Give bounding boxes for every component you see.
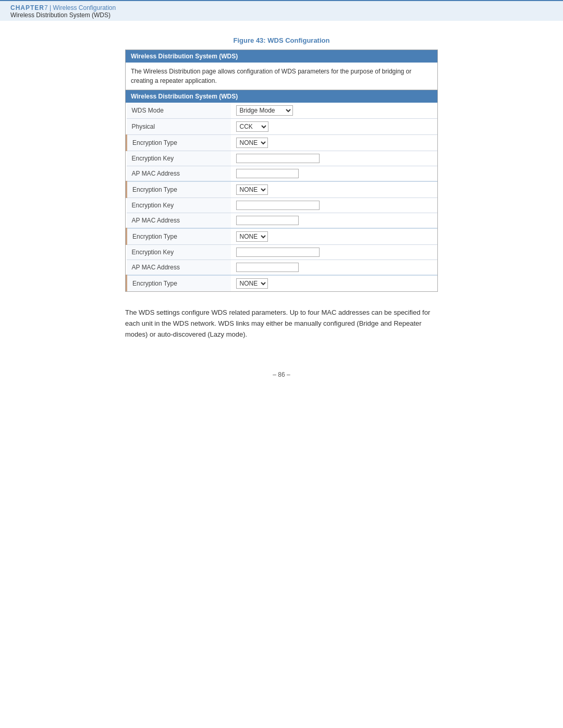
encryption-key-label-3: Encryption Key	[127, 245, 231, 260]
wds-fields-table: WDS Mode Bridge Mode Repeater Mode Lazy …	[126, 103, 437, 291]
wds-header-top: Wireless Distribution System (WDS)	[126, 50, 437, 63]
ap-mac-cell-2	[231, 213, 438, 229]
encryption-type-label-3: Encryption Type	[127, 228, 231, 245]
figure-title: Figure 43: WDS Configuration	[42, 36, 521, 44]
encryption-type-row-4: Encryption Type NONE WEP WPA	[127, 275, 438, 291]
chapter-sep: |	[48, 4, 53, 11]
encryption-key-label-2: Encryption Key	[127, 198, 231, 213]
encryption-type-row-3: Encryption Type NONE WEP WPA	[127, 228, 438, 245]
encryption-type-select-4[interactable]: NONE WEP WPA	[236, 278, 268, 289]
ap-mac-row-1: AP MAC Address	[127, 166, 438, 182]
physical-row: Physical CCK OFDM	[127, 119, 438, 135]
ap-mac-input-3[interactable]	[236, 263, 299, 272]
wds-configuration-box: Wireless Distribution System (WDS) The W…	[125, 50, 438, 292]
wds-mode-select[interactable]: Bridge Mode Repeater Mode Lazy Mode	[236, 105, 293, 116]
encryption-type-row-2: Encryption Type NONE WEP WPA	[127, 181, 438, 198]
encryption-type-select-2[interactable]: NONE WEP WPA	[236, 184, 268, 195]
header-subtitle: Wireless Distribution System (WDS)	[10, 11, 553, 19]
wds-header-section: Wireless Distribution System (WDS)	[126, 90, 437, 103]
encryption-type-cell-4: NONE WEP WPA	[231, 275, 438, 291]
ap-mac-input-2[interactable]	[236, 216, 299, 225]
wds-description: The Wireless Distribution page allows co…	[126, 63, 437, 90]
encryption-key-cell-1	[231, 151, 438, 166]
chapter-number: 7	[44, 4, 48, 11]
body-text: The WDS settings configure WDS related p…	[125, 307, 438, 340]
encryption-key-input-2[interactable]	[236, 201, 320, 210]
ap-mac-cell-1	[231, 166, 438, 182]
encryption-key-cell-3	[231, 245, 438, 260]
header-bar: Chapter7 | Wireless Configuration Wirele…	[0, 0, 563, 21]
encryption-key-label-1: Encryption Key	[127, 151, 231, 166]
page-number: – 86 –	[42, 371, 521, 378]
figure-label: Figure 43:	[234, 36, 266, 44]
encryption-key-input-1[interactable]	[236, 154, 320, 163]
ap-mac-label-1: AP MAC Address	[127, 166, 231, 182]
encryption-type-select-3[interactable]: NONE WEP WPA	[236, 231, 268, 242]
encryption-type-cell-2: NONE WEP WPA	[231, 181, 438, 198]
wds-mode-row: WDS Mode Bridge Mode Repeater Mode Lazy …	[127, 103, 438, 119]
figure-title-text: WDS Configuration	[266, 36, 330, 44]
physical-label: Physical	[127, 119, 231, 135]
encryption-type-label-1: Encryption Type	[127, 135, 231, 151]
physical-cell: CCK OFDM	[231, 119, 438, 135]
chapter-label: Chapter	[10, 4, 44, 11]
wds-mode-cell: Bridge Mode Repeater Mode Lazy Mode	[231, 103, 438, 119]
page-content: Figure 43: WDS Configuration Wireless Di…	[0, 21, 563, 410]
header-chapter: Chapter7 | Wireless Configuration	[10, 4, 553, 11]
ap-mac-row-2: AP MAC Address	[127, 213, 438, 229]
encryption-type-cell-3: NONE WEP WPA	[231, 228, 438, 245]
encryption-key-row-1: Encryption Key	[127, 151, 438, 166]
wds-mode-label: WDS Mode	[127, 103, 231, 119]
encryption-key-row-2: Encryption Key	[127, 198, 438, 213]
encryption-type-label-4: Encryption Type	[127, 275, 231, 291]
encryption-type-label-2: Encryption Type	[127, 181, 231, 198]
encryption-type-row-1: Encryption Type NONE WEP WPA	[127, 135, 438, 151]
encryption-type-select-1[interactable]: NONE WEP WPA	[236, 138, 268, 148]
encryption-type-cell-1: NONE WEP WPA	[231, 135, 438, 151]
ap-mac-label-2: AP MAC Address	[127, 213, 231, 229]
encryption-key-input-3[interactable]	[236, 248, 320, 257]
physical-select[interactable]: CCK OFDM	[236, 121, 268, 132]
encryption-key-cell-2	[231, 198, 438, 213]
chapter-title: Wireless Configuration	[53, 4, 116, 11]
ap-mac-cell-3	[231, 260, 438, 276]
ap-mac-label-3: AP MAC Address	[127, 260, 231, 276]
encryption-key-row-3: Encryption Key	[127, 245, 438, 260]
ap-mac-input-1[interactable]	[236, 169, 299, 178]
ap-mac-row-3: AP MAC Address	[127, 260, 438, 276]
